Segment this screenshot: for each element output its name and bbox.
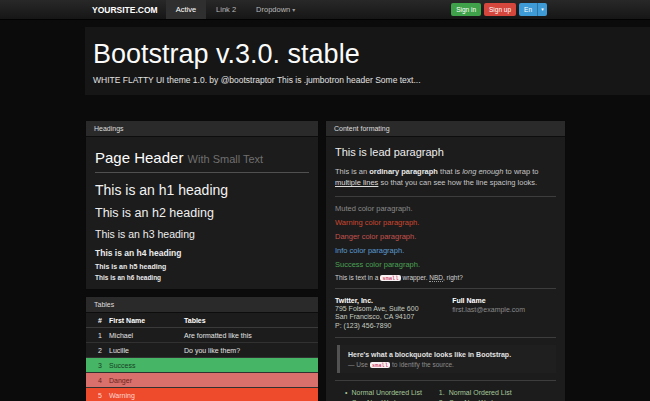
table-cell: Do you like them? — [181, 343, 318, 358]
page-header-demo: Page Header With Small Text — [95, 149, 309, 173]
address-block: Twitter, Inc. 795 Folsom Ave, Suite 600 … — [335, 296, 556, 331]
nav-item-active[interactable]: Active — [166, 0, 206, 19]
full-name-label: Full Name — [452, 296, 556, 305]
list-number: 1. — [439, 388, 445, 398]
lead-paragraph: This is lead paragraph — [335, 146, 556, 158]
table-cell: 2 — [86, 343, 106, 358]
brand-link[interactable]: YOURSITE.COM — [92, 0, 158, 19]
list-item: •Can Also Work — [345, 398, 439, 401]
small-wrapper-line: This is text in a small wrapper. NBD, ri… — [335, 274, 556, 281]
table-row: 3Success — [86, 358, 318, 373]
inline-link[interactable]: multiple lines — [335, 178, 378, 187]
h6-demo: This is an h6 heading — [95, 274, 309, 281]
bullet-icon: • — [345, 388, 347, 398]
email-text: first.last@example.com — [452, 305, 556, 314]
table-row: 1MichaelAre formatted like this — [86, 328, 318, 343]
navbar-actions: Sign in Sign up En ▾ — [451, 3, 547, 16]
table-row: 4Danger — [86, 373, 318, 388]
language-button[interactable]: En — [519, 3, 537, 16]
page-title: Bootstrap v.3.0. stable — [93, 40, 640, 70]
h2-demo: This is an h2 heading — [95, 206, 309, 220]
table-cell — [181, 358, 318, 373]
nav-item-label: Dropdown — [256, 5, 290, 14]
table-cell: 3 — [86, 358, 106, 373]
table-cell: Warning — [106, 388, 181, 401]
headings-panel: Headings Page Header With Small Text Thi… — [85, 120, 319, 290]
divider — [335, 337, 556, 338]
h1-demo: This is an h1 heading — [95, 182, 309, 198]
column-header: Tables — [181, 313, 318, 328]
nav-item-label: Active — [176, 5, 196, 14]
page-subtitle: WHITE FLATTY UI theme 1.0. by @bootstrap… — [93, 75, 640, 85]
h5-demo: This is an h5 heading — [95, 263, 309, 270]
address-line: P: (123) 456-7890 — [335, 322, 452, 331]
contact-block: Full Name first.last@example.com — [452, 296, 556, 331]
column-header: # — [86, 313, 106, 328]
unordered-list: •Normal Unordered List•Can Also Work◦Wit… — [335, 388, 439, 401]
table-cell: Success — [106, 358, 181, 373]
divider — [335, 196, 556, 197]
list-item: 2.Can Also Work — [439, 398, 556, 401]
list-item: •Normal Unordered List — [345, 388, 439, 398]
nav-item-label: Link 2 — [216, 5, 236, 14]
panel-title: Tables — [86, 297, 318, 313]
inline-code: small — [370, 362, 391, 368]
info-paragraph: Info color paragraph. — [335, 246, 556, 255]
list-number: 2. — [439, 398, 445, 401]
column-header: First Name — [106, 313, 181, 328]
table-cell: 1 — [86, 328, 106, 343]
table-cell — [181, 388, 318, 401]
divider — [335, 288, 556, 289]
tables-panel: Tables # First Name Tables 1MichaelAre f… — [85, 296, 319, 401]
ordered-list: 1.Normal Ordered List2.Can Also Work1.Wi… — [439, 388, 556, 401]
table-cell: Are formatted like this — [181, 328, 318, 343]
blockquote-footer: — Use small to identify the source. — [348, 361, 548, 368]
sign-up-button[interactable]: Sign up — [484, 3, 516, 16]
right-column: Content formating This is lead paragraph… — [325, 120, 566, 401]
panel-title: Content formating — [326, 121, 565, 137]
jumbotron: Bootstrap v.3.0. stable WHITE FLATTY UI … — [85, 27, 650, 95]
content-panel-body: This is lead paragraph This is an ordina… — [326, 137, 565, 401]
main-content: Headings Page Header With Small Text Thi… — [85, 120, 566, 401]
chevron-down-icon: ▾ — [541, 6, 544, 12]
bullet-icon: • — [345, 398, 347, 401]
address-line: San Francisco, CA 94107 — [335, 313, 452, 322]
divider — [335, 380, 556, 381]
list-item: 1.Normal Ordered List — [439, 388, 556, 398]
color-paragraphs: Muted color paragraph.Warning color para… — [335, 204, 556, 269]
company-name: Twitter, Inc. — [335, 296, 452, 305]
table-cell: 4 — [86, 373, 106, 388]
content-formatting-panel: Content formating This is lead paragraph… — [325, 120, 566, 401]
sign-in-button[interactable]: Sign in — [451, 3, 481, 16]
headings-panel-body: Page Header With Small Text This is an h… — [86, 137, 318, 289]
success-paragraph: Success color paragraph. — [335, 260, 556, 269]
page-header-small-text: With Small Text — [188, 153, 264, 165]
ordinary-paragraph: This is an ordinary paragraph that is lo… — [335, 166, 556, 189]
page-header-text: Page Header — [95, 149, 183, 166]
danger-paragraph: Danger color paragraph. — [335, 232, 556, 241]
panel-title: Headings — [86, 121, 318, 137]
h4-demo: This is an h4 heading — [95, 248, 309, 258]
nav-item-dropdown[interactable]: Dropdown▾ — [246, 0, 305, 19]
chevron-down-icon: ▾ — [292, 7, 295, 13]
h3-demo: This is an h3 heading — [95, 228, 309, 240]
abbr-text: NBD — [429, 274, 443, 282]
table-row: 2LucilleDo you like them? — [86, 343, 318, 358]
lists-block: •Normal Unordered List•Can Also Work◦Wit… — [335, 388, 556, 401]
table-cell: Michael — [106, 328, 181, 343]
table-header-row: # First Name Tables — [86, 313, 318, 328]
blockquote-text: Here's what a blockquote looks like in B… — [348, 351, 548, 358]
table-row: 5Warning — [86, 388, 318, 401]
warning-paragraph: Warning color paragraph. — [335, 218, 556, 227]
table-cell: 5 — [86, 388, 106, 401]
navbar-menu: Active Link 2 Dropdown▾ — [166, 0, 306, 19]
inline-code: small — [380, 275, 401, 281]
company-address: Twitter, Inc. 795 Folsom Ave, Suite 600 … — [335, 296, 452, 331]
muted-paragraph: Muted color paragraph. — [335, 204, 556, 213]
table-cell: Danger — [106, 373, 181, 388]
blockquote-demo: Here's what a blockquote looks like in B… — [337, 345, 556, 373]
table-cell — [181, 373, 318, 388]
nav-item-link2[interactable]: Link 2 — [206, 0, 246, 19]
demo-table: # First Name Tables 1MichaelAre formatte… — [86, 313, 318, 401]
language-dropdown-toggle[interactable]: ▾ — [537, 3, 547, 16]
